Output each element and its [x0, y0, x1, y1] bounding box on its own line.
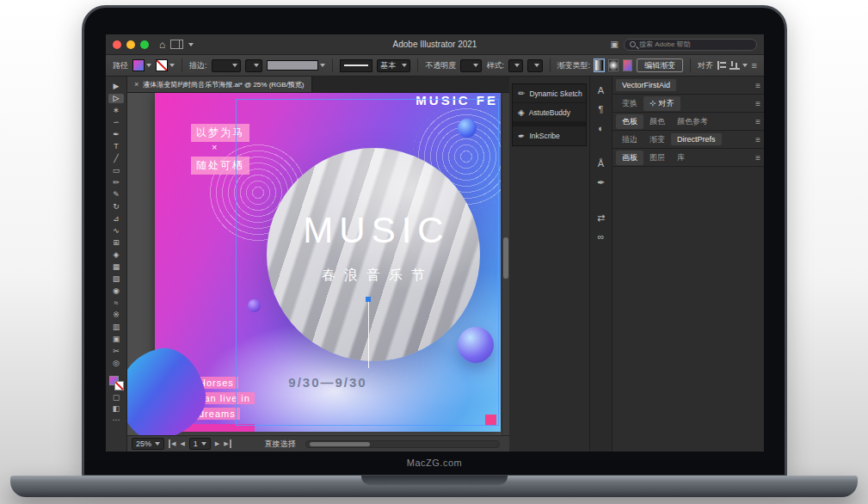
tab-swatches[interactable]: 色板 — [616, 114, 643, 129]
edit-toolbar-icon[interactable]: ⋯ — [113, 415, 120, 424]
vertical-scrollbar[interactable] — [502, 93, 509, 435]
help-search-field[interactable] — [624, 39, 757, 51]
freeform-gradient-button[interactable] — [623, 59, 632, 71]
plugin-item-astutebuddy[interactable]: ◈ AstuteBuddy — [513, 103, 586, 122]
vertical-scrollbar-thumb[interactable] — [503, 237, 508, 279]
brush-definition-dropdown[interactable]: 基本 — [377, 59, 410, 72]
style-options-dropdown[interactable] — [527, 59, 542, 72]
align-top-icon[interactable] — [729, 61, 737, 70]
arrange-documents-icon[interactable]: ▣ — [611, 40, 619, 49]
home-icon[interactable]: ⌂ — [159, 39, 165, 51]
panel-menu-icon[interactable]: ≡ — [755, 153, 760, 163]
tab-libraries[interactable]: 库 — [671, 151, 691, 165]
stroke-color-dropdown[interactable] — [156, 59, 175, 71]
links-panel-icon[interactable]: ∞ — [598, 231, 605, 243]
tool-pencil[interactable]: ✎ — [108, 190, 124, 200]
stroke-color-swatch[interactable] — [156, 59, 168, 71]
opacity-field[interactable] — [460, 59, 482, 72]
tool-rectangle[interactable]: ▭ — [108, 166, 124, 175]
tool-selection[interactable]: ▶ — [108, 82, 124, 91]
plugin-item-dynamic-sketch[interactable]: ✏ Dynamic Sketch — [513, 84, 586, 103]
tool-mesh[interactable]: ▦ — [108, 262, 124, 272]
tool-zoom[interactable]: ◎ — [108, 359, 124, 368]
tab-layers[interactable]: 图层 — [643, 151, 671, 165]
tool-lasso[interactable]: ∽ — [108, 118, 124, 127]
tool-free-transform[interactable]: ⊞ — [108, 238, 124, 248]
align-left-icon[interactable] — [717, 61, 725, 70]
search-input[interactable] — [639, 40, 751, 48]
stroke-indicator-swatch[interactable] — [114, 381, 124, 390]
zoom-level-select[interactable]: 25% — [132, 438, 164, 450]
stroke-weight-field[interactable] — [212, 59, 241, 72]
glyphs-panel-icon[interactable]: Å — [598, 158, 604, 169]
document-tab[interactable]: × 液体渐变简约时尚音乐节海报.ai* @ 25% (RGB/预览) — [127, 77, 312, 92]
workspace-layout-caret-icon[interactable] — [188, 43, 194, 46]
align-caret-icon[interactable] — [742, 64, 748, 67]
tool-width[interactable]: ∿ — [108, 226, 124, 236]
tool-paintbrush[interactable]: ✏ — [108, 178, 124, 187]
tool-line-segment[interactable]: ╱ — [108, 154, 124, 163]
close-window-button[interactable] — [113, 40, 121, 49]
tool-direct-selection[interactable]: ▷ — [108, 94, 124, 103]
current-tool-readout: 直接选择 — [265, 439, 296, 450]
workspace-layout-icon[interactable] — [170, 40, 183, 49]
panel-menu-icon[interactable]: ≡ — [755, 81, 760, 90]
panel-menu-icon[interactable]: ≡ — [755, 117, 760, 126]
width-profile-dropdown[interactable] — [267, 60, 325, 71]
tab-color-guide[interactable]: 颜色参考 — [671, 114, 714, 129]
draw-behind-mode-icon[interactable]: ◧ — [113, 404, 120, 413]
tool-shape-builder[interactable]: ◈ — [108, 250, 124, 260]
tool-magic-wand[interactable]: ∗ — [108, 106, 124, 115]
panel-menu-icon[interactable]: ≡ — [755, 135, 760, 144]
appearance-panel-icon[interactable]: ✒ — [597, 177, 605, 188]
tool-pen[interactable]: ✒ — [108, 130, 124, 139]
tab-stroke[interactable]: 描边 — [616, 132, 643, 147]
tab-directprefs[interactable]: DirectPrefs — [671, 133, 722, 145]
tool-artboard[interactable]: ▣ — [108, 335, 124, 344]
previous-artboard-button[interactable]: ◀ — [180, 439, 184, 448]
tab-artboards[interactable]: 画板 — [616, 151, 643, 165]
fill-color-swatch[interactable] — [132, 59, 145, 71]
paragraph-panel-icon[interactable]: ¶ — [599, 104, 604, 115]
next-artboard-button[interactable]: ▶ — [215, 439, 219, 448]
plugin-item-inkscribe[interactable]: ✒ InkScribe — [513, 126, 586, 145]
tab-transform[interactable]: 变换 — [616, 96, 643, 111]
fill-stroke-indicator[interactable] — [109, 376, 124, 390]
control-bar-menu-icon[interactable]: ≡ — [752, 60, 757, 71]
radial-gradient-button[interactable] — [608, 59, 618, 71]
opentype-panel-icon[interactable]: ◐ — [598, 123, 604, 134]
tab-align-label: 对齐 — [659, 98, 674, 109]
brush-stroke-preview[interactable] — [340, 59, 372, 72]
close-document-icon[interactable]: × — [134, 80, 139, 89]
artboard-number-select[interactable]: 1 — [189, 438, 211, 450]
tool-gradient[interactable]: ▨ — [108, 274, 124, 284]
last-artboard-button[interactable]: ▶ — [224, 439, 231, 448]
tab-vectorfirstaid[interactable]: VectorFirstAid — [616, 79, 676, 91]
tool-scale[interactable]: ⊿ — [108, 214, 124, 224]
fullscreen-window-button[interactable] — [140, 40, 149, 49]
horizontal-scrollbar-thumb[interactable] — [310, 442, 370, 446]
canvas[interactable]: MUSIC FE 以梦为马 × 随处可栖 MUSIC 春浪音乐节 9/30 — [127, 93, 509, 435]
tool-column-graph[interactable]: ▥ — [108, 323, 124, 332]
minimize-window-button[interactable] — [126, 40, 135, 49]
draw-normal-mode-icon[interactable]: ▢ — [113, 393, 120, 402]
fill-color-dropdown[interactable] — [132, 59, 151, 71]
tab-align[interactable]: ⊹ 对齐 — [643, 96, 680, 111]
style-dropdown[interactable] — [508, 59, 523, 72]
stroke-unit-dropdown[interactable] — [245, 59, 262, 72]
horizontal-scrollbar[interactable] — [305, 440, 500, 448]
first-artboard-button[interactable]: ◀ — [169, 439, 175, 448]
linear-gradient-button[interactable] — [594, 59, 604, 71]
edit-gradient-button[interactable]: 编辑渐变 — [637, 58, 683, 72]
tool-blend[interactable]: ≈ — [108, 298, 124, 308]
tool-symbol-sprayer[interactable]: ※ — [108, 310, 124, 320]
asset-export-panel-icon[interactable]: ⇄ — [597, 212, 605, 224]
tool-rotate[interactable]: ↻ — [108, 202, 124, 212]
tool-type[interactable]: T — [108, 142, 124, 151]
tool-slice[interactable]: ✂ — [108, 347, 124, 356]
tool-eyedropper[interactable]: ◉ — [108, 286, 124, 296]
panel-menu-icon[interactable]: ≡ — [755, 99, 760, 108]
tab-gradient[interactable]: 渐变 — [643, 132, 671, 147]
character-panel-icon[interactable]: A — [598, 85, 604, 96]
tab-color[interactable]: 颜色 — [643, 114, 671, 129]
